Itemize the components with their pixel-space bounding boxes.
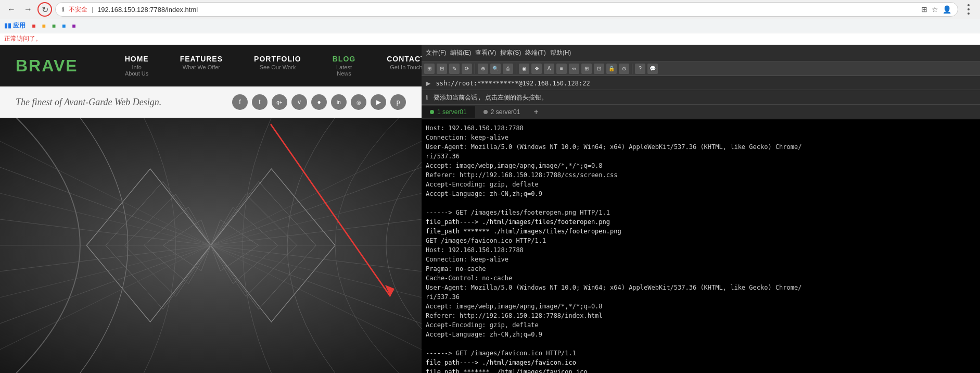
terminal-menu-view[interactable]: 查看(V) [475, 48, 496, 57]
terminal-hint-icon: ℹ [426, 94, 428, 101]
terminal-line [426, 198, 976, 208]
tool-btn-12[interactable]: ⇔ [569, 64, 579, 74]
tool-btn-18[interactable]: 💬 [647, 64, 658, 74]
browser-content: BRAVE HOME Info About Us FEATURES What W… [0, 45, 422, 373]
nav-item-features[interactable]: FEATURES What We Offer [164, 55, 238, 77]
bookmark-green[interactable]: ■ [52, 22, 56, 30]
translate-icon[interactable]: ⊞ [921, 5, 927, 14]
social-google[interactable]: g+ [272, 94, 287, 110]
tool-btn-8[interactable]: ◉ [519, 64, 529, 74]
social-pinterest[interactable]: p [390, 94, 406, 110]
social-twitter[interactable]: t [252, 94, 268, 110]
terminal-line: file_path ******* ./html/images/favicon.… [426, 367, 976, 373]
terminal-line: GET /images/favicon.ico HTTP/1.1 [426, 236, 976, 245]
tool-btn-17[interactable]: ? [635, 64, 645, 74]
terminal-menu-file[interactable]: 文件(F) [426, 48, 446, 57]
terminal-line: ri/537.36 [426, 292, 976, 302]
terminal-line: Accept: image/webp,image/apng,image/*,*/… [426, 302, 976, 311]
terminal-ssh-text: ssh://root:***********@192.168.150.128:2… [436, 80, 590, 87]
terminal-line: Connection: keep-alive [426, 133, 976, 142]
terminal-line: Accept-Encoding: gzip, deflate [426, 180, 976, 189]
tool-btn-2[interactable]: ⊟ [437, 64, 447, 74]
nav-item-home[interactable]: HOME Info About Us [109, 55, 164, 77]
social-icons: f t g+ v ● in ◎ ▶ p [232, 94, 406, 110]
terminal-body[interactable]: Host: 192.168.150.128:7788Connection: ke… [422, 119, 980, 373]
terminal-menu-help[interactable]: 帮助(H) [550, 48, 571, 57]
main-split: BRAVE HOME Info About Us FEATURES What W… [0, 45, 980, 373]
tool-btn-14[interactable]: ⊡ [594, 64, 604, 74]
bookmark-red[interactable]: ■ [32, 22, 35, 30]
social-facebook[interactable]: f [232, 94, 248, 110]
tool-btn-10[interactable]: A [544, 64, 554, 74]
nav-item-contact[interactable]: CONTACT Get In Touch [371, 55, 422, 77]
terminal-line: User-Agent: Mozilla/5.0 (Windows NT 10.0… [426, 283, 976, 292]
terminal-menubar: 文件(F) 编辑(E) 查看(V) 搜索(S) 终端(T) 帮助(H) [422, 45, 980, 61]
tool-btn-4[interactable]: ⟳ [462, 64, 472, 74]
bookmark-blue[interactable]: ■ [62, 22, 66, 30]
browser-titlebar: ← → ↻ ℹ 不安全 | 192.168.150.128:7788/index… [0, 0, 980, 19]
terminal-line: ------> GET /images/favicon.ico HTTP/1.1 [426, 349, 976, 358]
tool-btn-9[interactable]: ❖ [531, 64, 542, 74]
social-flickr[interactable]: ◎ [351, 94, 366, 110]
social-rss[interactable]: ● [311, 94, 327, 110]
tool-btn-11[interactable]: ≡ [556, 64, 567, 74]
bookmark-purple[interactable]: ■ [72, 22, 75, 30]
site-hero [0, 118, 422, 373]
terminal-line: Host: 192.168.150.128:7788 [426, 123, 976, 133]
tool-btn-13[interactable]: ⊞ [581, 64, 592, 74]
security-label: 不安全 [69, 5, 87, 14]
terminal-tab-1[interactable]: 1 server01 [422, 106, 475, 118]
hero-pattern [0, 118, 422, 373]
back-button[interactable]: ← [4, 2, 19, 17]
apps-bookmark[interactable]: ▮▮ 应用 [4, 21, 26, 30]
nav-title-blog: BLOG [333, 55, 355, 63]
terminal-line: Accept: image/webp,image/apng,image/*,*/… [426, 161, 976, 170]
logo-br: BR [16, 56, 42, 75]
nav-sub-blog: Latest News [333, 64, 355, 77]
terminal-tab-add[interactable]: + [528, 105, 543, 119]
terminal-menu-search[interactable]: 搜索(S) [500, 48, 521, 57]
tool-btn-15[interactable]: 🔒 [606, 64, 617, 74]
bookmark-icon[interactable]: ☆ [932, 5, 938, 14]
nav-item-blog[interactable]: BLOG Latest News [317, 55, 371, 77]
terminal-line: User-Agent: Mozilla/5.0 (Windows NT 10.0… [426, 142, 976, 152]
profile-icon[interactable]: 👤 [943, 5, 951, 14]
security-icon: ℹ [62, 6, 65, 13]
nav-title-features: FEATURES [180, 55, 223, 63]
logo-ve: VE [54, 56, 78, 75]
nav-title-contact: CONTACT [387, 55, 422, 63]
social-vimeo[interactable]: v [291, 94, 307, 110]
terminal-line: Accept-Language: zh-CN,zh;q=0.9 [426, 189, 976, 198]
terminal-menu-edit[interactable]: 编辑(E) [450, 48, 471, 57]
reload-button[interactable]: ↻ [37, 2, 52, 17]
terminal-line: file_path----> ./html/images/favicon.ico [426, 358, 976, 367]
tab1-indicator [430, 110, 434, 114]
tool-btn-6[interactable]: 🔍 [490, 64, 501, 74]
warning-bar: 正常访问了。 [0, 33, 980, 45]
forward-button[interactable]: → [21, 2, 35, 17]
tool-btn-7[interactable]: ⎙ [503, 64, 513, 74]
terminal-ssh-info: ▶ ssh://root:***********@192.168.150.128… [422, 76, 980, 90]
site-tagline: The finest of Avant-Garde Web Design. f … [0, 86, 422, 118]
terminal-line: Pragma: no-cache [426, 264, 976, 273]
nav-item-portfolio[interactable]: PORTFOLIO See Our Work [238, 55, 317, 77]
logo-a: A [42, 56, 54, 75]
social-youtube[interactable]: ▶ [371, 94, 386, 110]
terminal-tab-2[interactable]: 2 server01 [475, 106, 529, 118]
tool-btn-1[interactable]: ⊞ [424, 64, 435, 74]
warning-text: 正常访问了。 [4, 34, 42, 43]
terminal-line: Cache-Control: no-cache [426, 273, 976, 283]
bookmark-yellow[interactable]: ■ [42, 22, 46, 30]
terminal-menu-terminal[interactable]: 终端(T) [525, 48, 545, 57]
address-bar[interactable]: ℹ 不安全 | 192.168.150.128:7788/index.html … [55, 2, 958, 17]
social-linkedin[interactable]: in [331, 94, 347, 110]
tool-btn-16[interactable]: ⊙ [619, 64, 629, 74]
nav-title-home: HOME [125, 55, 149, 63]
tool-btn-5[interactable]: ⊕ [478, 64, 488, 74]
nav-title-portfolio: PORTFOLIO [254, 55, 301, 63]
terminal-line [426, 339, 976, 349]
browser-chrome: ← → ↻ ℹ 不安全 | 192.168.150.128:7788/index… [0, 0, 980, 45]
browser-menu-button[interactable] [961, 2, 976, 17]
address-text: 192.168.150.128:7788/index.html [97, 6, 917, 14]
tool-btn-3[interactable]: ✎ [449, 64, 460, 74]
